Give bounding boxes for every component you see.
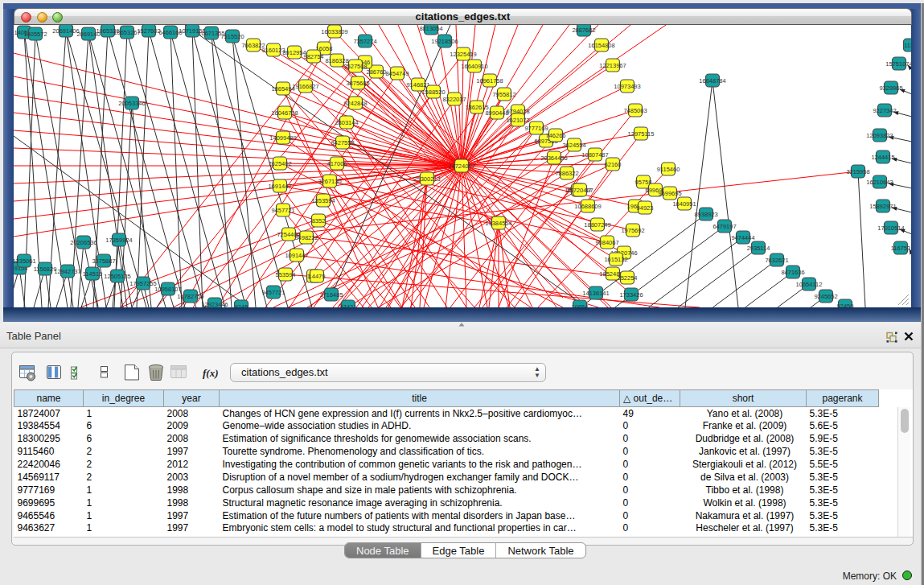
- svg-text:97421: 97421: [340, 303, 357, 308]
- svg-text:1091447: 1091447: [285, 252, 308, 259]
- svg-text:17359924: 17359924: [105, 237, 132, 244]
- svg-text:9457721: 9457721: [271, 207, 294, 214]
- svg-text:8938923: 8938923: [694, 211, 717, 218]
- svg-text:10654: 10654: [572, 303, 589, 308]
- svg-text:15892971: 15892971: [869, 203, 896, 210]
- svg-text:20364436: 20364436: [540, 154, 567, 162]
- svg-text:7632621: 7632621: [765, 257, 788, 264]
- svg-text:16033809: 16033809: [321, 28, 347, 35]
- svg-text:10973493: 10973493: [614, 83, 640, 90]
- svg-text:1244415: 1244415: [871, 154, 894, 161]
- svg-text:1975692: 1975692: [621, 227, 644, 234]
- svg-text:1405572: 1405572: [23, 31, 47, 38]
- svg-text:20053346: 20053346: [118, 100, 145, 107]
- svg-text:20691406: 20691406: [52, 27, 79, 35]
- svg-text:9084067: 9084067: [595, 239, 618, 246]
- svg-text:16782759: 16782759: [177, 293, 203, 300]
- svg-text:982754: 982754: [303, 53, 323, 60]
- svg-text:12213967: 12213967: [599, 62, 626, 69]
- svg-text:16640910: 16640910: [461, 63, 487, 70]
- svg-text:f(x): f(x): [203, 367, 219, 379]
- svg-text:7515520: 7515520: [220, 33, 244, 40]
- svg-text:8427552: 8427552: [331, 139, 354, 146]
- svg-text:12325419: 12325419: [450, 51, 476, 58]
- svg-text:7886322: 7886322: [555, 170, 578, 177]
- svg-text:7357274: 7357274: [353, 38, 376, 45]
- svg-text:8322037: 8322037: [442, 96, 466, 103]
- svg-text:12505135: 12505135: [104, 273, 130, 280]
- svg-text:12093823: 12093823: [866, 132, 893, 139]
- svg-text:3375887: 3375887: [92, 257, 115, 265]
- svg-text:18807249: 18807249: [584, 221, 610, 229]
- svg-text:10807487: 10807487: [581, 151, 608, 159]
- svg-text:1615132: 1615132: [604, 256, 627, 263]
- svg-text:12942737: 12942737: [54, 268, 80, 275]
- svg-text:116753: 116753: [891, 245, 910, 252]
- svg-text:1588520: 1588520: [421, 89, 445, 96]
- svg-text:8813054: 8813054: [419, 25, 442, 32]
- svg-text:18724007: 18724007: [448, 163, 474, 170]
- svg-text:1335061: 1335061: [14, 257, 36, 265]
- svg-text:62160: 62160: [605, 161, 622, 168]
- svg-text:1691447: 1691447: [268, 183, 291, 190]
- svg-text:16961758: 16961758: [476, 77, 503, 84]
- svg-text:16648784: 16648784: [699, 77, 725, 84]
- svg-text:2803144: 2803144: [335, 119, 358, 126]
- svg-text:9329965: 9329965: [879, 84, 902, 92]
- svg-text:12975115: 12975115: [628, 130, 655, 138]
- svg-text:15751074: 15751074: [885, 60, 911, 68]
- svg-text:9146821: 9146821: [406, 81, 429, 89]
- svg-text:14136141: 14136141: [582, 290, 609, 297]
- svg-text:14479: 14479: [309, 273, 326, 280]
- svg-text:3267130: 3267130: [318, 178, 341, 185]
- svg-text:3624554: 3624554: [562, 142, 585, 149]
- svg-text:417006: 417006: [326, 160, 347, 167]
- svg-text:20206536: 20206536: [70, 239, 97, 246]
- svg-text:25300213: 25300213: [413, 175, 440, 183]
- svg-text:1353594: 1353594: [311, 197, 335, 204]
- svg-text:9242848: 9242848: [343, 100, 367, 107]
- svg-text:9227342: 9227342: [873, 107, 896, 114]
- svg-text:16154808: 16154808: [588, 42, 614, 49]
- svg-text:1733426: 1733426: [619, 291, 643, 299]
- svg-text:9699695: 9699695: [658, 190, 681, 197]
- svg-text:114519: 114519: [83, 270, 102, 278]
- svg-text:1527602: 1527602: [137, 27, 160, 35]
- svg-text:553594: 553594: [275, 271, 295, 278]
- svg-text:1865494: 1865494: [271, 85, 294, 93]
- svg-text:7485063: 7485063: [623, 107, 647, 114]
- svg-text:94923: 94923: [637, 204, 654, 212]
- svg-text:3716485: 3716485: [319, 291, 343, 299]
- svg-text:6479197: 6479197: [713, 223, 736, 230]
- svg-text:9160123: 9160123: [261, 47, 285, 54]
- svg-text:9777169: 9777169: [524, 125, 548, 132]
- svg-text:10688609: 10688609: [574, 203, 601, 210]
- svg-text:16210643: 16210643: [866, 179, 893, 186]
- svg-text:1156829: 1156829: [34, 266, 57, 273]
- svg-text:7254400: 7254400: [277, 231, 300, 238]
- svg-text:1621072: 1621072: [506, 117, 529, 124]
- svg-text:1640951: 1640951: [672, 200, 696, 208]
- svg-text:92450: 92450: [837, 303, 854, 308]
- svg-text:9115460: 9115460: [657, 166, 680, 173]
- svg-text:8471636: 8471636: [781, 269, 804, 276]
- svg-text:252254: 252254: [617, 274, 637, 282]
- svg-text:19166827: 19166827: [292, 83, 318, 90]
- svg-text:12923446: 12923446: [201, 301, 228, 308]
- svg-text:9457721: 9457721: [261, 289, 285, 296]
- svg-text:9245: 9245: [235, 303, 248, 308]
- svg-text:3875685: 3875685: [346, 80, 369, 87]
- svg-text:14099489: 14099489: [269, 134, 296, 142]
- svg-text:8186328: 8186328: [325, 57, 348, 64]
- svg-text:16046708: 16046708: [271, 109, 298, 117]
- svg-text:7625402: 7625402: [268, 160, 291, 167]
- svg-text:10654112: 10654112: [796, 281, 823, 288]
- svg-text:17957255: 17957255: [129, 280, 156, 287]
- svg-text:7955812: 7955812: [492, 91, 515, 98]
- svg-text:2935114: 2935114: [747, 245, 770, 252]
- svg-text:9474444: 9474444: [731, 234, 754, 241]
- svg-text:8990448: 8990448: [485, 109, 508, 117]
- svg-text:1112: 1112: [904, 42, 911, 49]
- svg-text:8912954: 8912954: [282, 49, 306, 56]
- svg-text:2887682: 2887682: [572, 27, 595, 34]
